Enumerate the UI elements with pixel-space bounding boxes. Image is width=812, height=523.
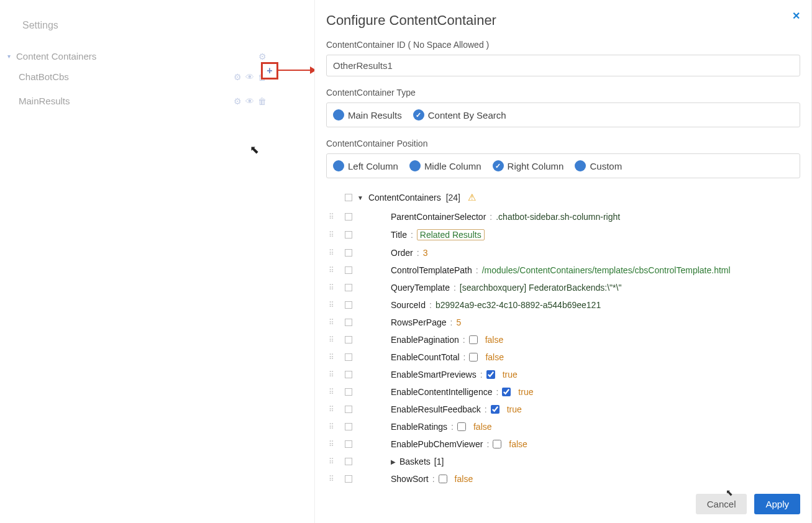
node-toggle[interactable] <box>345 336 352 343</box>
caret-down-icon[interactable]: ▼ <box>357 194 363 201</box>
chevron-down-icon[interactable]: ▾ <box>4 53 14 60</box>
property-checkbox[interactable] <box>493 440 501 448</box>
property-value: /modules/ContentContainers/templates/cbs… <box>482 265 731 275</box>
gear-icon[interactable]: ⚙ <box>258 52 267 61</box>
drag-handle-icon[interactable]: ⠿ <box>326 457 341 466</box>
node-toggle[interactable] <box>345 213 352 221</box>
caret-right-icon[interactable]: ▶ <box>391 458 396 465</box>
property-row: ⠿EnableSmartPreviews : true <box>326 366 800 383</box>
node-toggle[interactable] <box>345 406 352 413</box>
drag-handle-icon[interactable]: ⠿ <box>326 353 341 362</box>
cancel-button[interactable]: Cancel <box>696 494 747 514</box>
property-key: ShowSort <box>391 474 429 484</box>
node-toggle[interactable] <box>345 249 352 257</box>
property-checkbox[interactable] <box>491 405 500 414</box>
property-row: ⠿ParentContainerSelector : .chatbot-side… <box>326 208 800 225</box>
drag-handle-icon[interactable]: ⠿ <box>326 475 341 483</box>
type-option[interactable]: Content By Search <box>413 109 506 121</box>
property-row: ⠿EnablePagination : false <box>326 331 800 348</box>
gear-icon[interactable]: ⚙ <box>234 96 242 106</box>
property-key: QueryTemplate <box>391 283 450 293</box>
node-toggle[interactable] <box>345 266 352 274</box>
separator: : <box>496 387 498 397</box>
drag-handle-icon[interactable]: ⠿ <box>326 318 341 327</box>
callout-arrow-icon <box>278 70 316 71</box>
drag-handle-icon[interactable]: ⠿ <box>326 405 341 414</box>
position-option[interactable]: Left Column <box>333 160 398 171</box>
property-value: b29924a9-ec32-4c10-8892-a544b69ee121 <box>436 300 601 310</box>
property-row: ⠿EnableContentIntelligence : true <box>326 383 800 401</box>
position-option[interactable]: Custom <box>575 160 622 171</box>
drag-handle-icon[interactable]: ⠿ <box>326 388 341 396</box>
node-toggle[interactable] <box>345 301 352 309</box>
property-checkbox[interactable] <box>486 370 495 379</box>
property-checkbox[interactable] <box>439 475 447 483</box>
type-option[interactable]: Main Results <box>333 109 402 121</box>
property-key: EnableRatings <box>391 422 447 432</box>
type-label: ContentContainer Type <box>326 88 800 98</box>
drag-handle-icon[interactable]: ⠿ <box>326 335 341 344</box>
radio-icon <box>413 109 424 121</box>
property-value: true <box>507 404 522 414</box>
radio-label: Content By Search <box>428 110 506 121</box>
separator: : <box>454 283 456 293</box>
node-toggle[interactable] <box>345 440 352 448</box>
node-toggle[interactable] <box>345 371 352 378</box>
cursor-icon: ⬉ <box>726 488 733 498</box>
position-option[interactable]: Midle Column <box>409 160 481 171</box>
node-toggle[interactable] <box>345 284 352 291</box>
separator: : <box>450 317 453 327</box>
drag-handle-icon[interactable]: ⠿ <box>326 301 341 309</box>
eye-icon[interactable]: 👁 <box>245 96 254 106</box>
node-toggle[interactable] <box>345 194 352 201</box>
node-toggle[interactable] <box>345 423 352 430</box>
configure-content-container-modal: ✕ Configure ContentContainer ContentCont… <box>314 0 812 523</box>
separator: : <box>417 248 419 258</box>
drag-handle-icon[interactable]: ⠿ <box>326 230 341 239</box>
trash-icon[interactable]: 🗑 <box>258 96 267 106</box>
drag-handle-icon[interactable]: ⠿ <box>326 422 341 431</box>
property-checkbox[interactable] <box>502 388 511 396</box>
property-row: ⠿ControlTemplatePath : /modules/ContentC… <box>326 262 800 279</box>
property-row: ⠿EnableCountTotal : false <box>326 348 800 366</box>
gear-icon[interactable]: ⚙ <box>234 72 242 82</box>
property-value: [searchboxquery] FederatorBackends:\"*\" <box>460 283 622 293</box>
separator: : <box>451 422 454 432</box>
drag-handle-icon[interactable]: ⠿ <box>326 212 341 221</box>
drag-handle-icon[interactable]: ⠿ <box>326 283 341 292</box>
content-container-id-input[interactable] <box>326 55 800 76</box>
property-checkbox[interactable] <box>469 353 478 362</box>
property-key: EnableSmartPreviews <box>391 370 477 380</box>
property-row: ⠿▶Baskets [1] <box>326 453 800 470</box>
node-toggle[interactable] <box>345 353 352 361</box>
separator: : <box>432 474 435 484</box>
drag-handle-icon[interactable]: ⠿ <box>326 248 341 257</box>
tree-root-label: ContentContainers <box>368 193 441 202</box>
cursor-icon: ⬉ <box>250 143 259 157</box>
node-toggle[interactable] <box>345 475 352 483</box>
sidebar-item-chatbotcbs[interactable]: ChatBotCbs <box>19 71 234 82</box>
position-label: ContentContainer Position <box>326 139 800 148</box>
eye-icon[interactable]: 👁 <box>245 72 254 82</box>
position-option[interactable]: Right Column <box>493 160 564 171</box>
drag-handle-icon[interactable]: ⠿ <box>326 370 341 379</box>
separator: : <box>490 212 492 222</box>
property-key: RowsPerPage <box>391 317 447 327</box>
add-content-container-button[interactable]: + <box>261 62 278 80</box>
node-toggle[interactable] <box>345 231 352 239</box>
modal-title: Configure ContentContainer <box>326 12 800 29</box>
drag-handle-icon[interactable]: ⠿ <box>326 266 341 275</box>
radio-label: Right Column <box>508 161 564 171</box>
apply-button[interactable]: Apply <box>754 494 800 514</box>
close-icon[interactable]: ✕ <box>792 10 800 22</box>
drag-handle-icon[interactable]: ⠿ <box>326 440 341 448</box>
node-toggle[interactable] <box>345 458 352 465</box>
property-checkbox[interactable] <box>457 422 466 431</box>
node-toggle[interactable] <box>345 319 352 326</box>
property-value[interactable]: Related Results <box>417 229 485 240</box>
property-checkbox[interactable] <box>469 335 478 344</box>
sidebar-item-mainresults[interactable]: MainResults <box>19 96 234 106</box>
sidebar-section-content-containers[interactable]: Content Containers <box>16 51 258 61</box>
node-toggle[interactable] <box>345 388 352 396</box>
sidebar-settings[interactable]: Settings <box>0 6 278 39</box>
